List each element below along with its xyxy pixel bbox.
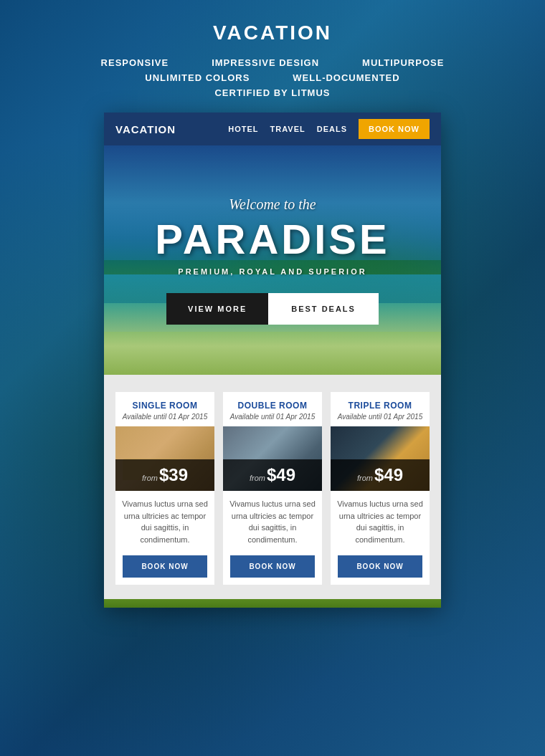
- hero-content: Welcome to the PARADISE PREMIUM, ROYAL A…: [104, 145, 441, 375]
- nav-links: HOTEL TRAVEL DEALS BOOK NOW: [228, 119, 430, 139]
- double-room-avail: Available until 01 Apr 2015: [229, 413, 316, 421]
- page-header: VACATION RESPONSIVE IMPRESSIVE DESIGN MU…: [101, 21, 445, 98]
- double-room-desc: Vivamus luctus urna sed urna ultricies a…: [223, 491, 322, 551]
- hero-section: Welcome to the PARADISE PREMIUM, ROYAL A…: [104, 145, 441, 375]
- single-price-amount: $39: [159, 465, 188, 485]
- features-grid: RESPONSIVE IMPRESSIVE DESIGN MULTIPURPOS…: [101, 57, 445, 98]
- hero-subtitle: PREMIUM, ROYAL AND SUPERIOR: [178, 267, 366, 276]
- room-card-triple: TRIPLE ROOM Available until 01 Apr 2015 …: [331, 392, 430, 585]
- email-container: VACATION HOTEL TRAVEL DEALS BOOK NOW Wel…: [104, 113, 441, 608]
- triple-price-amount: $49: [374, 465, 403, 485]
- feature-certified: CERTIFIED BY LITMUS: [214, 87, 330, 98]
- feature-responsive: RESPONSIVE: [101, 57, 169, 68]
- rooms-grid: SINGLE ROOM Available until 01 Apr 2015 …: [115, 392, 430, 585]
- nav-hotel[interactable]: HOTEL: [228, 125, 258, 133]
- nav-book-button[interactable]: BOOK NOW: [359, 119, 430, 139]
- triple-room-title: TRIPLE ROOM: [336, 401, 424, 411]
- double-room-image: from $49: [223, 426, 322, 491]
- page-title: VACATION: [101, 21, 445, 44]
- rooms-section: SINGLE ROOM Available until 01 Apr 2015 …: [104, 375, 441, 599]
- single-room-avail: Available until 01 Apr 2015: [121, 413, 209, 421]
- triple-room-price-bar: from $49: [331, 459, 430, 491]
- double-room-book-button[interactable]: BOOK NOW: [230, 555, 315, 578]
- single-room-title: SINGLE ROOM: [121, 401, 209, 411]
- double-room-title: DOUBLE ROOM: [229, 401, 316, 411]
- hero-buttons: VIEW MORE BEST DEALS: [166, 293, 379, 325]
- email-logo: VACATION: [115, 123, 176, 135]
- single-room-image: from $39: [115, 426, 214, 491]
- features-row-1: RESPONSIVE IMPRESSIVE DESIGN MULTIPURPOS…: [101, 57, 445, 68]
- hero-title: PARADISE: [155, 219, 389, 260]
- triple-room-book-button[interactable]: BOOK NOW: [338, 555, 422, 578]
- triple-room-desc: Vivamus luctus urna sed urna ultricies a…: [331, 491, 430, 551]
- feature-impressive: IMPRESSIVE DESIGN: [212, 57, 319, 68]
- single-room-desc: Vivamus luctus urna sed urna ultricies a…: [115, 491, 214, 551]
- double-price-amount: $49: [267, 465, 295, 485]
- single-room-price-bar: from $39: [115, 459, 214, 491]
- bottom-green-bar: [104, 599, 441, 608]
- nav-deals[interactable]: DEALS: [317, 125, 347, 133]
- features-row-3: CERTIFIED BY LITMUS: [214, 87, 330, 98]
- single-price-from: from: [142, 474, 158, 482]
- room-card-double: DOUBLE ROOM Available until 01 Apr 2015 …: [223, 392, 322, 585]
- feature-well-documented: WELL-DOCUMENTED: [293, 72, 399, 83]
- features-row-2: UNLIMITED COLORS WELL-DOCUMENTED: [145, 72, 399, 83]
- triple-room-image: from $49: [331, 426, 430, 491]
- double-price-from: from: [250, 474, 265, 482]
- hero-welcome-text: Welcome to the: [229, 196, 316, 213]
- triple-room-avail: Available until 01 Apr 2015: [336, 413, 424, 421]
- email-nav: VACATION HOTEL TRAVEL DEALS BOOK NOW: [104, 113, 441, 145]
- nav-travel[interactable]: TRAVEL: [270, 125, 305, 133]
- single-room-book-button[interactable]: BOOK NOW: [123, 555, 207, 578]
- best-deals-button[interactable]: BEST DEALS: [268, 293, 379, 325]
- view-more-button[interactable]: VIEW MORE: [166, 293, 268, 325]
- feature-multipurpose: MULTIPURPOSE: [362, 57, 444, 68]
- triple-price-from: from: [357, 474, 373, 482]
- double-room-price-bar: from $49: [223, 459, 322, 491]
- feature-unlimited-colors: UNLIMITED COLORS: [145, 72, 250, 83]
- room-card-single: SINGLE ROOM Available until 01 Apr 2015 …: [115, 392, 214, 585]
